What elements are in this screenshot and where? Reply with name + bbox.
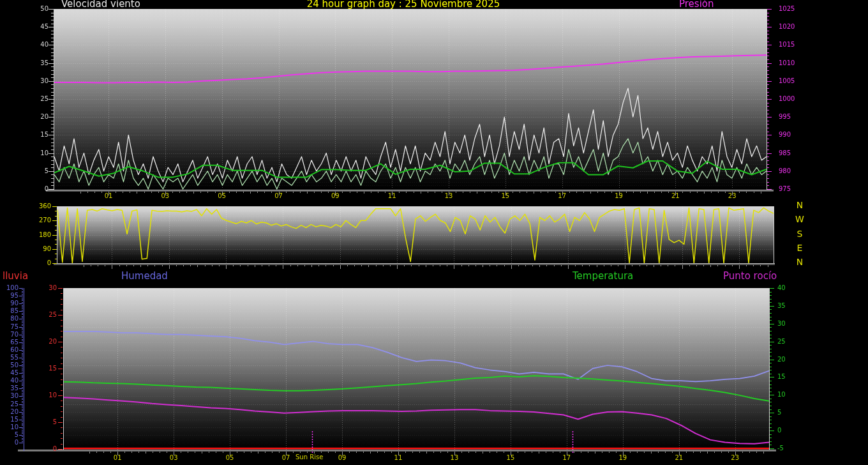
temperature-axis-label: 5 [777, 409, 781, 416]
pressure-axis-label: 1015 [779, 41, 795, 48]
hour-label-top: 13 [442, 192, 455, 199]
humidity-axis-label: 75 [2, 323, 19, 330]
dew-point-section-label: Punto rocío [723, 271, 777, 281]
wind-panel-title: Velocidad viento [61, 0, 140, 9]
direction-axis-label: 90 [34, 245, 51, 252]
weather-graphs-canvas [0, 0, 868, 465]
humidity-axis-label: 25 [2, 400, 19, 408]
page-title: 24 hour graph day : 25 Noviembre 2025 [307, 0, 500, 9]
humidity-axis-label: 85 [2, 307, 19, 314]
rain-axis-label: 30 [43, 284, 57, 291]
humidity-axis-label: 65 [2, 339, 19, 346]
hour-label-bottom: 11 [392, 454, 405, 461]
wind-axis-label: 35 [32, 59, 49, 66]
hour-label-bottom: 21 [673, 454, 685, 461]
humidity-axis-label: 40 [2, 377, 19, 384]
wind-axis-label: 15 [32, 131, 49, 138]
wind-axis-label: 50 [32, 5, 49, 12]
hour-label-bottom: 17 [560, 454, 573, 461]
wind-axis-label: 25 [32, 95, 49, 102]
temperature-axis-label: 10 [777, 391, 786, 398]
humidity-axis-label: 20 [2, 408, 19, 415]
pressure-axis-label: 985 [779, 149, 791, 156]
temperature-axis-label: -5 [777, 445, 784, 452]
pressure-axis-label: 1020 [779, 23, 795, 30]
pressure-axis-label: 990 [779, 131, 791, 138]
humidity-axis-label: 90 [2, 300, 19, 307]
rain-section-label: lluvia [3, 271, 28, 281]
rain-axis-label: 20 [43, 338, 57, 345]
rain-axis-label: 0 [43, 445, 57, 452]
wind-axis-label: 40 [32, 41, 49, 48]
hour-label-bottom: 05 [223, 454, 236, 461]
hour-label-bottom: 13 [448, 454, 461, 461]
direction-axis-label: 270 [34, 217, 51, 224]
hour-label-top: 07 [273, 192, 285, 199]
pressure-axis-label: 995 [779, 113, 791, 120]
temperature-axis-label: 30 [777, 320, 786, 327]
humidity-axis-label: 10 [2, 423, 19, 431]
hour-label-top: 19 [613, 192, 625, 199]
temperature-axis-label: 0 [777, 427, 781, 434]
pressure-axis-label: 980 [779, 167, 791, 174]
hour-label-bottom: 19 [617, 454, 629, 461]
hour-label-bottom: 15 [504, 454, 517, 461]
wind-axis-label: 10 [32, 149, 49, 156]
wind-axis-label: 5 [32, 167, 49, 174]
direction-axis-label: 0 [34, 259, 51, 266]
compass-letter: S [793, 231, 807, 238]
temperature-axis-label: 40 [777, 284, 786, 291]
wind-axis-label: 20 [32, 113, 49, 120]
pressure-panel-title: Presión [679, 0, 714, 9]
humidity-axis-label: 55 [2, 354, 19, 361]
weather-graph-dashboard: Velocidad viento 24 hour graph day : 25 … [0, 0, 868, 465]
pressure-axis-label: 1005 [779, 77, 795, 84]
hour-label-bottom: 09 [336, 454, 348, 461]
hour-label-top: 03 [159, 192, 172, 199]
hour-label-bottom: 07 [280, 454, 292, 461]
humidity-section-label: Humedad [121, 271, 168, 281]
temperature-axis-label: 35 [777, 302, 786, 309]
rain-axis-label: 25 [43, 311, 57, 318]
humidity-axis-label: 50 [2, 362, 19, 369]
pressure-axis-label: 1000 [779, 95, 795, 102]
pressure-axis-label: 1025 [779, 5, 795, 12]
humidity-axis-label: 60 [2, 346, 19, 353]
temperature-axis-label: 20 [777, 356, 786, 363]
humidity-axis-label: 15 [2, 416, 19, 423]
hour-label-top: 17 [556, 192, 569, 199]
pressure-axis-label: 975 [779, 185, 791, 192]
rain-axis-label: 15 [43, 365, 57, 372]
temperature-section-label: Temperatura [572, 271, 633, 281]
hour-label-bottom: 01 [111, 454, 124, 461]
hour-label-top: 11 [385, 192, 398, 199]
hour-label-top: 21 [669, 192, 682, 199]
humidity-axis-label: 35 [2, 385, 19, 392]
humidity-axis-label: 45 [2, 369, 19, 376]
humidity-axis-label: 0 [2, 439, 19, 446]
temperature-axis-label: 15 [777, 373, 786, 380]
direction-axis-label: 360 [34, 202, 51, 210]
hour-label-top: 05 [216, 192, 228, 199]
rain-axis-label: 10 [43, 392, 57, 399]
humidity-axis-label: 95 [2, 292, 19, 299]
compass-letter: W [793, 216, 807, 223]
hour-label-top: 23 [726, 192, 738, 199]
sun-rise-label: Sun Rise [296, 454, 323, 461]
rain-axis-label: 5 [43, 418, 57, 425]
hour-label-bottom: 23 [729, 454, 742, 461]
compass-letter: N [793, 202, 807, 209]
hour-label-top: 09 [329, 192, 341, 199]
wind-axis-label: 30 [32, 77, 49, 84]
hour-label-top: 01 [102, 192, 115, 199]
compass-letter: E [793, 245, 807, 252]
humidity-axis-label: 30 [2, 392, 19, 399]
humidity-axis-label: 100 [2, 284, 19, 291]
pressure-axis-label: 1010 [779, 59, 795, 66]
temperature-axis-label: 25 [777, 338, 786, 345]
humidity-axis-label: 5 [2, 431, 19, 438]
hour-label-top: 15 [499, 192, 512, 199]
direction-axis-label: 180 [34, 231, 51, 238]
wind-axis-label: 0 [32, 185, 49, 192]
humidity-axis-label: 70 [2, 331, 19, 338]
